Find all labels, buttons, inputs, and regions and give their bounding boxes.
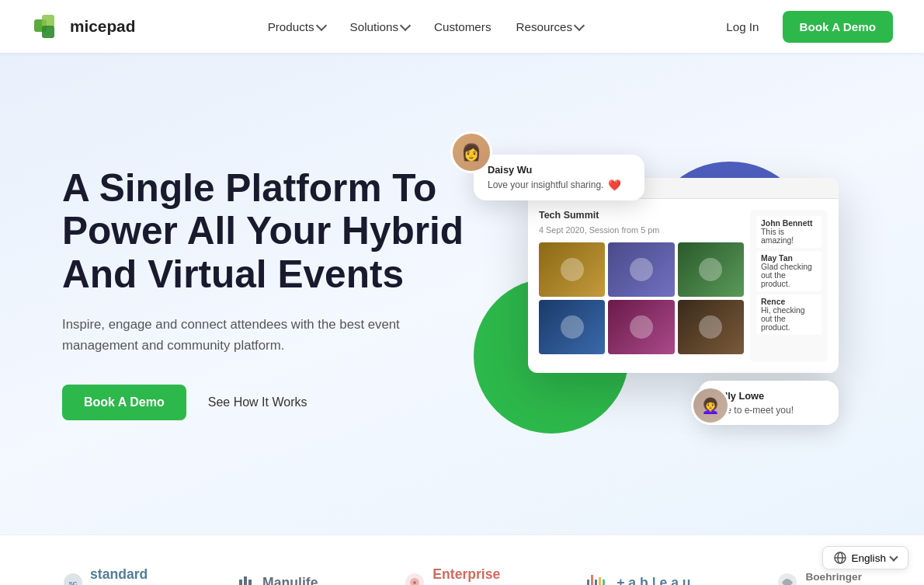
app-window: Tech Summit 4 Sept 2020, Session from 5 … [528,178,839,373]
boehringer-icon [776,571,799,585]
login-link[interactable]: Log In [715,14,769,40]
chat-message-3: Rence Hi, checking out the product. [756,294,822,335]
boehringer-text: BoehringerIngelheim [805,571,862,585]
chat-message-daisy: Love your insightful sharing. ❤️ [488,179,630,191]
svg-rect-11 [587,580,589,585]
svg-rect-2 [42,26,54,38]
logo-manulife: Manulife [238,573,318,585]
manulife-text: Manulife [262,575,318,586]
person-3 [699,258,722,281]
tableau-text: + a b | e a u [617,575,690,586]
heart-icon: ❤️ [608,179,621,191]
video-cell-3 [678,242,744,297]
svg-rect-1 [42,15,54,27]
enterprise-sg-icon [403,571,426,585]
video-grid [539,242,744,354]
navigation: micepad Products Solutions Customers Res… [0,0,924,53]
book-demo-hero-button[interactable]: Book A Demo [62,385,186,420]
video-cell-5 [608,300,674,354]
globe-icon [834,552,846,564]
tableau-icon [585,573,610,585]
svg-point-10 [413,581,416,584]
logo-tableau: + a b | e a u [585,573,690,585]
nav-links: Products Solutions Customers Resources [257,14,594,40]
chevron-down-icon [315,19,326,30]
chevron-down-icon [574,19,585,30]
standard-chartered-icon: SC [62,572,84,585]
logo[interactable]: micepad [31,10,135,43]
chat-sender-sally: Sally Lowe [713,390,825,402]
standard-chartered-text: standardchartered [90,566,152,585]
hero-title: A Single Platform To Power All Your Hybr… [62,167,466,297]
logo-text: micepad [70,17,135,36]
logo-boehringer: BoehringerIngelheim [776,571,862,585]
nav-customers[interactable]: Customers [423,14,502,40]
chevron-down-icon [889,552,898,561]
chevron-down-icon [400,19,411,30]
hero-section: A Single Platform To Power All Your Hybr… [0,53,924,535]
hero-visual: 👩 Daisy Wu Love your insightful sharing.… [466,138,862,449]
chat-message-1: John Bennett This is amazing! [756,216,822,248]
language-selector[interactable]: English [822,546,908,569]
video-cell-2 [608,242,674,297]
svg-rect-7 [248,580,252,585]
avatar-sally: 👩‍🦱 [691,386,730,425]
person-1 [561,258,584,281]
language-label: English [851,552,886,564]
svg-rect-12 [591,575,593,585]
logo-enterprise-sg: EnterpriseSingapore [403,566,500,585]
event-date: 4 Sept 2020, Session from 5 pm [539,225,744,235]
svg-rect-5 [239,580,242,585]
svg-rect-14 [599,577,601,585]
person-4 [561,315,584,339]
nav-solutions[interactable]: Solutions [339,14,420,40]
see-how-button[interactable]: See How It Works [205,385,311,420]
chat-panel: John Bennett This is amazing! May Tan Gl… [750,210,828,362]
svg-rect-15 [603,580,605,585]
event-title: Tech Summit [539,210,744,221]
nav-products[interactable]: Products [257,14,336,40]
chat-sender-daisy: Daisy Wu [488,164,630,176]
logo-icon [31,10,64,43]
video-cell-4 [539,300,605,354]
person-2 [630,258,653,281]
logos-section: SC standardchartered Manulife Enterprise… [0,535,924,585]
enterprise-sg-text: EnterpriseSingapore [432,566,500,585]
person-5 [630,315,653,339]
avatar-daisy: 👩 [450,131,492,173]
book-demo-nav-button[interactable]: Book A Demo [783,11,893,43]
manulife-icon [238,573,256,585]
hero-subtitle: Inspire, engage and connect attendees wi… [62,315,419,357]
video-cell-6 [678,300,744,354]
hero-buttons: Book A Demo See How It Works [62,385,466,420]
app-content: Tech Summit 4 Sept 2020, Session from 5 … [528,199,839,373]
video-cell-1 [539,242,605,297]
person-6 [699,315,722,339]
hero-content: A Single Platform To Power All Your Hybr… [62,167,466,420]
nav-right: Log In Book A Demo [715,11,893,43]
chat-bubble-daisy: Daisy Wu Love your insightful sharing. ❤… [474,155,644,200]
svg-rect-6 [244,576,247,585]
nav-resources[interactable]: Resources [505,14,594,40]
svg-text:SC: SC [68,580,77,585]
chat-message-2: May Tan Glad checking out the product. [756,251,822,291]
svg-rect-13 [595,580,597,585]
logo-standard-chartered: SC standardchartered [62,566,152,585]
